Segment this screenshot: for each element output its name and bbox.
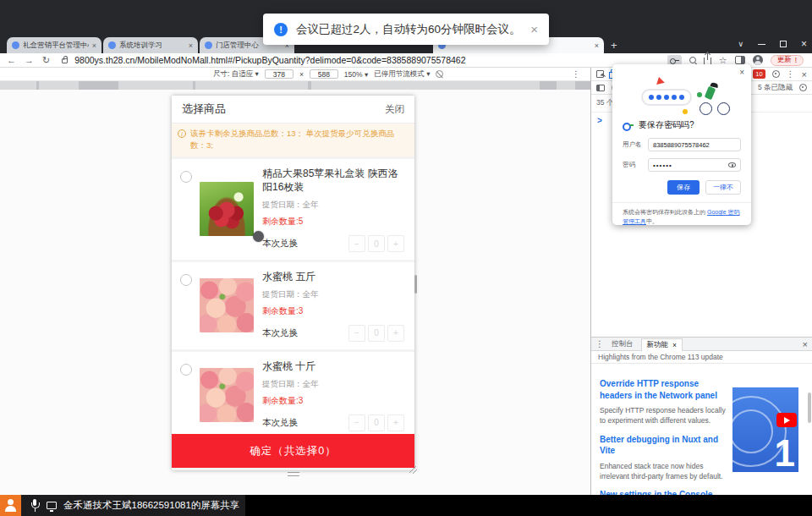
zoom-select[interactable]: 150% ▾ bbox=[344, 70, 368, 79]
apples-product-image bbox=[200, 182, 254, 236]
whatsnew-link-console-settings[interactable]: New settings in the Console bbox=[600, 489, 728, 495]
whatsnew-link-nuxt-vite[interactable]: Better debugging in Nuxt and Vite bbox=[600, 434, 728, 457]
toast-close-icon[interactable]: × bbox=[530, 22, 538, 36]
quantity-value[interactable]: 0 bbox=[368, 325, 385, 342]
drawer-scrollbar[interactable] bbox=[808, 392, 811, 423]
tab-training[interactable]: 系统培训学习 × bbox=[103, 37, 198, 53]
bicycle-wheel bbox=[700, 102, 712, 115]
tab-favicon bbox=[205, 41, 212, 49]
tab-gift-platform[interactable]: 礼盒营销平台管理中心 × bbox=[7, 37, 102, 53]
product-radio[interactable] bbox=[180, 171, 192, 183]
viewport-scrollbar[interactable] bbox=[414, 275, 417, 294]
issues-count-badge[interactable]: 10 bbox=[753, 69, 765, 79]
password-field[interactable]: •••••• bbox=[648, 158, 741, 172]
product-title: 水蜜桃 五斤 bbox=[262, 270, 406, 284]
viewport-corner-resize-handle[interactable] bbox=[409, 466, 417, 474]
console-settings-icon[interactable] bbox=[799, 84, 807, 91]
save-password-dialog: × 要保存密码吗? 用户名 8385889075578462 密码 •••••• bbox=[612, 64, 751, 225]
zoom-icon[interactable] bbox=[689, 57, 696, 63]
caret-down-icon: ▾ bbox=[426, 69, 430, 78]
console-context-icon[interactable] bbox=[596, 85, 605, 91]
confirm-button[interactable]: 确定（共选择0） bbox=[172, 434, 414, 468]
minus-button[interactable]: − bbox=[348, 414, 365, 431]
tab-label: 系统培训学习 bbox=[119, 41, 185, 51]
throttle-select[interactable]: 已停用节流模式 ▾ bbox=[374, 69, 430, 80]
minus-button[interactable]: − bbox=[348, 235, 365, 252]
settings-gear-icon[interactable] bbox=[772, 70, 780, 78]
mobile-viewport: 选择商品 关闭 i 该券卡剩余兑换商品总数：13； 单次提货最少可兑换商品数：3… bbox=[172, 96, 414, 470]
new-tab-button[interactable]: + bbox=[611, 39, 617, 52]
product-radio[interactable] bbox=[180, 364, 192, 376]
presenter-person-icon bbox=[0, 495, 21, 516]
chrome-update-promo-image[interactable]: 1 bbox=[732, 387, 798, 472]
never-button[interactable]: 一律不 bbox=[705, 180, 741, 195]
dimensions-select[interactable]: 尺寸: 自适应 ▾ bbox=[213, 69, 259, 80]
play-button-icon bbox=[776, 413, 797, 427]
dialog-title: 要保存密码吗? bbox=[639, 119, 694, 131]
maximize-icon[interactable] bbox=[780, 41, 787, 47]
window-close-icon[interactable]: × bbox=[801, 38, 807, 50]
side-panel-icon[interactable] bbox=[735, 56, 745, 64]
media-query-bar[interactable] bbox=[0, 81, 590, 90]
whatsnew-text: Specify HTTP response headers locally to… bbox=[600, 405, 728, 426]
device-toolbar: 尺寸: 自适应 ▾ 378 × 588 150% ▾ 已停用节流模式 ▾ ⋮ bbox=[0, 68, 590, 81]
whats-new-body: 1 Override HTTP response headers in the … bbox=[591, 364, 812, 495]
share-indicator-chip: 金禾通技术王斌18662591081的屏幕共享 bbox=[0, 495, 245, 516]
page-title: 选择商品 bbox=[182, 102, 226, 117]
whatsnew-text: Enhanced stack trace now hides irrelevan… bbox=[600, 461, 728, 482]
tab-whats-new[interactable]: 新功能 × bbox=[641, 338, 683, 351]
product-image-box bbox=[200, 270, 254, 342]
plus-button[interactable]: + bbox=[387, 414, 404, 431]
quantity-value[interactable]: 0 bbox=[368, 235, 385, 252]
tab-close-icon[interactable]: × bbox=[672, 341, 677, 349]
devtools-close-icon[interactable]: × bbox=[802, 69, 807, 80]
profile-avatar[interactable] bbox=[753, 55, 763, 65]
bookmark-star-icon[interactable]: ☆ bbox=[719, 56, 727, 65]
caret-down-icon: ▾ bbox=[255, 69, 259, 78]
close-link[interactable]: 关闭 bbox=[385, 103, 404, 116]
minimize-icon[interactable] bbox=[758, 44, 765, 45]
coupon-notice: i 该券卡剩余兑换商品总数：13； 单次提货最少可兑换商品数：3; bbox=[172, 124, 414, 156]
device-toolbar-more-icon[interactable]: ⋮ bbox=[572, 69, 580, 79]
drawer-close-icon[interactable]: × bbox=[803, 339, 808, 349]
product-card: 水蜜桃 五斤 提货日期：全年 剩余数量:3 本次兑换 − 0 + bbox=[172, 262, 414, 349]
reload-icon[interactable]: ↻ bbox=[42, 55, 50, 66]
tab-console[interactable]: 控制台 bbox=[612, 339, 634, 349]
update-label: 更新 bbox=[777, 55, 792, 65]
whatsnew-link-override-headers[interactable]: Override HTTP response headers in the Ne… bbox=[600, 378, 728, 401]
promo-number: 1 bbox=[775, 435, 795, 472]
toast-info-icon: ! bbox=[274, 23, 288, 36]
tab-favicon bbox=[108, 41, 116, 49]
height-input[interactable]: 588 bbox=[310, 69, 338, 79]
cyclist-body bbox=[705, 86, 716, 100]
pickup-date: 提货日期：全年 bbox=[262, 289, 406, 300]
save-button[interactable]: 保存 bbox=[667, 180, 700, 195]
show-password-eye-icon[interactable] bbox=[728, 162, 736, 167]
tab-close-icon[interactable]: × bbox=[189, 41, 193, 50]
tab-close-icon[interactable]: × bbox=[92, 41, 96, 50]
lock-icon[interactable] bbox=[62, 58, 68, 63]
back-icon[interactable]: ← bbox=[7, 55, 16, 65]
width-input[interactable]: 378 bbox=[265, 69, 294, 79]
times-separator: × bbox=[299, 70, 304, 79]
forward-icon[interactable]: → bbox=[25, 55, 34, 65]
update-chrome-button[interactable]: 更新 ! bbox=[771, 55, 804, 66]
tab-search-icon[interactable]: ∨ bbox=[738, 40, 743, 48]
plus-button[interactable]: + bbox=[387, 325, 404, 342]
devtools-menu-icon[interactable]: ⋮ bbox=[787, 69, 795, 79]
inspect-element-icon[interactable] bbox=[596, 70, 604, 78]
tab-close-icon[interactable]: × bbox=[595, 41, 599, 50]
url-text[interactable]: 9800ys.th28.cn/MobileModNoMall.html#/Pic… bbox=[74, 55, 667, 65]
drawer-menu-icon[interactable]: ⋮ bbox=[595, 339, 604, 349]
minus-button[interactable]: − bbox=[348, 325, 365, 342]
username-field[interactable]: 8385889075578462 bbox=[648, 138, 741, 151]
quantity-stepper: − 0 + bbox=[348, 325, 404, 342]
product-radio[interactable] bbox=[180, 274, 192, 286]
hidden-messages-label: 5 条已隐藏 bbox=[758, 83, 793, 93]
viewport-resize-handle[interactable] bbox=[288, 472, 299, 476]
tab-strip: 礼盒营销平台管理中心 × 系统培训学习 × 门店管理中心 × × bbox=[7, 37, 294, 53]
remote-cursor-indicator bbox=[253, 231, 264, 242]
mq-segment bbox=[118, 81, 193, 90]
quantity-value[interactable]: 0 bbox=[368, 414, 385, 431]
plus-button[interactable]: + bbox=[387, 235, 404, 252]
